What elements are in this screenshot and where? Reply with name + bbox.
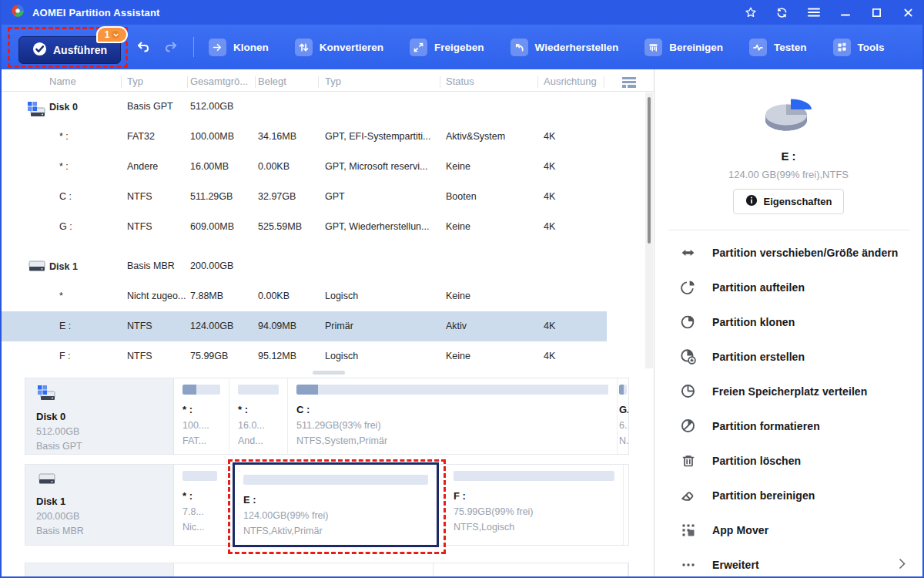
action-format-partition[interactable]: Partition formatieren (654, 408, 922, 443)
pane-splitter-handle[interactable] (313, 371, 345, 375)
table-row-g[interactable]: G :NTFS609.00MB525.59MBGPT, Wiederherste… (2, 212, 607, 242)
toolbar-button-clone[interactable]: Klonen (209, 39, 269, 56)
action-advanced[interactable]: Erweitert (654, 547, 922, 578)
col-typ2[interactable]: Typ (325, 76, 341, 87)
wipe-partition-icon (680, 487, 696, 503)
window-title: AOMEI Partition Assistant (32, 7, 160, 18)
col-gesamtgroesse[interactable]: Gesamtgrö... (190, 76, 248, 87)
close-icon[interactable] (902, 6, 915, 19)
wipe-icon (644, 39, 662, 56)
usage-bar (454, 471, 614, 481)
toolbar-button-share[interactable]: Freigeben (410, 39, 484, 56)
toolbar-button-restore[interactable]: Wiederherstellen (511, 39, 619, 56)
toolbar-button-test[interactable]: Testen (749, 39, 807, 56)
table-row-efi[interactable]: * :FAT32100.00MB34.16MBGPT, EFI-Systempa… (2, 122, 607, 152)
diskmap-partition-g-clipped[interactable]: G. 6.. N. (618, 378, 628, 454)
usage-bar (238, 385, 279, 395)
partition-pie-chart (758, 89, 819, 140)
disk-list-pane: Name Typ Gesamtgrö... Belegt Typ Status … (2, 69, 654, 576)
action-app-mover[interactable]: App Mover (654, 512, 922, 547)
diskmap-disk2-partial (25, 563, 629, 576)
check-icon (32, 42, 47, 59)
toolbar-divider (193, 37, 194, 57)
toolbar-button-convert[interactable]: Konvertieren (295, 39, 383, 56)
col-typ[interactable]: Typ (127, 76, 143, 87)
action-clone-partition[interactable]: Partition klonen (654, 304, 922, 339)
menu-icon[interactable] (807, 6, 820, 19)
allocate-space-icon (680, 383, 696, 399)
apply-button-label: Ausführen (53, 44, 107, 56)
diskmap-partition-e-selected[interactable]: E : 124.00GB(99% frei) NTFS,Aktiv,Primär (233, 462, 439, 547)
selected-drive-summary: 124.00 GB(99% frei),NTFS (654, 169, 922, 180)
diskmap-disk2-partition[interactable] (434, 563, 628, 576)
action-delete-partition[interactable]: Partition löschen (654, 443, 922, 478)
properties-button[interactable]: Eigenschaften (733, 189, 845, 214)
split-partition-icon (680, 279, 696, 295)
pending-operations-badge[interactable]: 1 (96, 26, 128, 43)
disk-gpt-icon (26, 101, 46, 122)
usage-bar (182, 385, 220, 395)
diskmap-partition-efi[interactable]: * : 100.... FAT... (174, 378, 229, 454)
usage-bar (619, 385, 627, 395)
diskmap-disk0: Disk 0 512.00GB Basis GPT * : 100.... FA… (25, 378, 629, 455)
disk-gpt-icon (36, 392, 56, 405)
table-row-disk1[interactable]: Disk 1 Basis MBR 200.00GB (2, 251, 607, 281)
table-header: Name Typ Gesamtgrö... Belegt Typ Status … (2, 72, 654, 92)
diskmap-disk2-label[interactable] (25, 563, 174, 576)
chevron-right-icon (899, 558, 906, 573)
action-wipe-partition[interactable]: Partition bereinigen (654, 478, 922, 512)
toolbar-button-tools[interactable]: Tools (833, 39, 885, 56)
action-allocate-free-space[interactable]: Freien Speicherplatz verteilen (654, 374, 922, 408)
action-panel: E : 124.00 GB(99% frei),NTFS Eigenschaft… (654, 69, 922, 576)
restore-icon (511, 39, 528, 56)
app-logo-icon (11, 4, 25, 21)
table-scrollbar (645, 92, 653, 368)
action-list: Partition verschieben/Größe ändern Parti… (654, 235, 922, 578)
disk-mbr-icon (36, 477, 56, 490)
action-move-resize-partition[interactable]: Partition verschieben/Größe ändern (654, 235, 922, 270)
table-row-msr[interactable]: * :Andere16.00MB0.00KBGPT, Microsoft res… (2, 152, 607, 182)
disk-mbr-icon (26, 259, 46, 277)
move-resize-icon (680, 244, 696, 260)
col-status[interactable]: Status (446, 76, 474, 87)
favorite-star-icon[interactable] (744, 6, 757, 19)
badge-chevron-down-icon (112, 31, 119, 39)
badge-count: 1 (105, 29, 110, 40)
diskmap-partition-f[interactable]: F : 75.99GB(99% frei) NTFS,Logisch (445, 465, 624, 545)
partition-table: Disk 0 Basis GPT 512.00GB * :FAT32100.00… (2, 92, 607, 371)
toolbar-button-wipe[interactable]: Bereinigen (644, 39, 723, 56)
delete-partition-icon (680, 452, 696, 469)
selected-drive-label: E : (654, 150, 922, 163)
diskmap-partition-unallocated[interactable]: * : 7.8... Nic... (174, 465, 226, 545)
col-name[interactable]: Name (49, 76, 76, 87)
diskmap-partition-msr[interactable]: * : 16.0... And... (229, 378, 288, 454)
table-row-disk0[interactable]: Disk 0 Basis GPT 512.00GB (2, 92, 607, 122)
usage-bar (243, 475, 428, 485)
col-belegt[interactable]: Belegt (258, 76, 286, 87)
diskmap-disk1-label[interactable]: Disk 1 200.00GB Basis MBR (25, 465, 174, 545)
create-partition-icon (680, 348, 696, 365)
action-split-partition[interactable]: Partition aufteilen (654, 270, 922, 304)
diskmap-disk1: Disk 1 200.00GB Basis MBR * : 7.8... Nic… (25, 464, 629, 546)
list-view-icon[interactable] (619, 76, 639, 92)
table-row-unallocated[interactable]: *Nicht zugeo...7.88MB0.00KBLogischKeine (2, 281, 607, 311)
clone-partition-icon (680, 314, 696, 330)
update-sync-icon[interactable] (775, 6, 788, 19)
action-create-partition[interactable]: Partition erstellen (654, 339, 922, 374)
panel-divider (668, 230, 910, 230)
maximize-icon[interactable] (870, 6, 883, 19)
clone-icon (209, 39, 226, 56)
info-icon (745, 194, 758, 209)
minimize-icon[interactable] (839, 6, 852, 19)
diskmap-partition-c[interactable]: C : 511.29GB(93% frei) NTFS,System,Primä… (288, 378, 618, 454)
apply-annotation-box: Ausführen 1 (8, 27, 128, 68)
col-ausrichtung[interactable]: Ausrichtung (544, 76, 597, 87)
undo-icon[interactable] (134, 38, 152, 56)
table-row-e-selected[interactable]: E :NTFS124.00GB94.09MBPrimärAktiv4K (2, 311, 607, 341)
diskmap-disk0-label[interactable]: Disk 0 512.00GB Basis GPT (25, 378, 174, 454)
diskmap-disk2-partition[interactable] (174, 563, 434, 576)
redo-icon[interactable] (162, 38, 180, 56)
table-row-f[interactable]: F :NTFS75.99GB95.12MBLogischKeine4K (2, 341, 607, 371)
table-row-c[interactable]: C :NTFS511.29GB32.97GBGPTBooten4K (2, 182, 607, 212)
table-scrollbar-thumb[interactable] (648, 97, 651, 244)
